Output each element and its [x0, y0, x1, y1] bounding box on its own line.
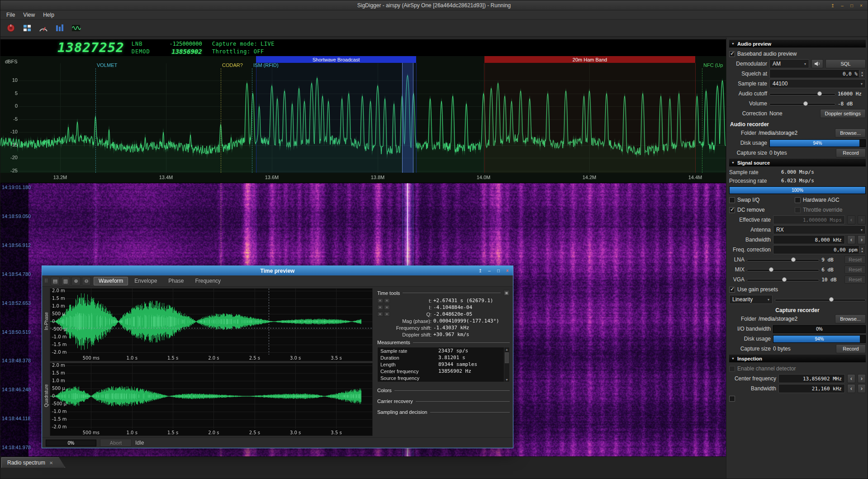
freq-correction-input[interactable]: 0,00 ppm ▲▼: [773, 245, 866, 254]
clipped-checkbox[interactable]: [729, 396, 735, 402]
abort-button[interactable]: Abort: [100, 439, 132, 447]
menu-file[interactable]: File: [2, 11, 19, 19]
reset-cursor-button[interactable]: ✕: [377, 305, 383, 310]
copy-button[interactable]: ▤: [51, 277, 60, 285]
tab-radio-spectrum[interactable]: Radio spectrum ✕: [1, 457, 65, 468]
quadrature-canvas[interactable]: [50, 363, 373, 436]
increment-button[interactable]: ›: [858, 374, 866, 383]
sample-rate-select[interactable]: 44100 ▾: [769, 79, 866, 88]
audio-preview-panel-header[interactable]: ▼ Audio preview: [729, 40, 866, 47]
spectrum-view[interactable]: dBFS 1050-5-10-15-20-2513.2M13.4M13.6M13…: [0, 56, 726, 183]
decrement-button[interactable]: ‹: [847, 384, 855, 393]
decrement-button[interactable]: ‹: [847, 374, 855, 383]
tab-phase[interactable]: Phase: [163, 277, 189, 285]
use-gain-presets-checkbox[interactable]: [729, 287, 735, 293]
increment-button[interactable]: ›: [858, 384, 866, 393]
zoom-out-button[interactable]: ⊖: [82, 277, 91, 285]
spinner-arrows-icon[interactable]: ▲▼: [859, 70, 865, 77]
menu-help[interactable]: Help: [39, 11, 58, 19]
antenna-select[interactable]: RX ▾: [773, 225, 866, 234]
reset-cursor-button[interactable]: ✕: [384, 312, 390, 317]
panoramic-spectrum-button[interactable]: [53, 22, 66, 34]
in-phase-canvas[interactable]: [50, 288, 373, 361]
save-button[interactable]: ▥: [61, 277, 70, 285]
vga-gain-slider[interactable]: [747, 276, 819, 283]
enable-channel-detector-checkbox[interactable]: [729, 366, 735, 372]
dialog-minimize-button[interactable]: –: [486, 267, 493, 274]
lna-gain-slider[interactable]: [747, 256, 819, 263]
dialog-maximize-button[interactable]: □: [495, 267, 502, 274]
audio-speaker-button[interactable]: [811, 59, 823, 68]
mix-gain-slider[interactable]: [747, 266, 819, 273]
dialog-close-button[interactable]: ×: [504, 267, 511, 274]
audio-cutoff-slider[interactable]: [769, 90, 835, 97]
demod-frequency-display[interactable]: 13856902: [157, 48, 202, 55]
center-frequency-input[interactable]: 13,856902 MHz: [778, 374, 845, 383]
tab-waveform[interactable]: Waveform: [94, 277, 128, 285]
gain-reset-button[interactable]: Reset: [844, 266, 866, 274]
gain-reset-button[interactable]: Reset: [844, 256, 866, 264]
browse-button[interactable]: Browse...: [835, 128, 866, 138]
swap-iq-checkbox[interactable]: [729, 197, 735, 203]
slider-handle[interactable]: [782, 277, 787, 282]
slider-handle[interactable]: [803, 101, 808, 106]
tab-close-icon[interactable]: ✕: [49, 460, 53, 465]
reset-cursor-button[interactable]: ✕: [384, 298, 390, 303]
spinner-arrows-icon[interactable]: ▲▼: [859, 246, 865, 253]
increment-button[interactable]: ›: [858, 235, 866, 244]
maximize-window-button[interactable]: □: [848, 2, 855, 9]
tab-envelope[interactable]: Envelope: [129, 277, 162, 285]
capture-record-button[interactable]: Record: [836, 344, 866, 353]
gain-reset-button[interactable]: Reset: [844, 275, 866, 284]
spectrum-canvas[interactable]: [0, 56, 726, 183]
source-settings-button[interactable]: [4, 22, 18, 34]
tile-windows-button[interactable]: [20, 22, 34, 34]
waveform-tool-button[interactable]: [69, 22, 83, 34]
titlebar[interactable]: SigDigger - airspy (AirSpy One [26a464dc…: [0, 0, 868, 10]
browse-button[interactable]: Browse...: [835, 314, 866, 323]
reset-cursor-button[interactable]: ✕: [384, 305, 390, 310]
inspection-bandwidth-input[interactable]: 21,160 kHz: [778, 384, 845, 393]
scroll-up-icon[interactable]: ▲: [505, 348, 508, 351]
minimize-window-button[interactable]: –: [839, 2, 846, 9]
toolbar-grip-icon[interactable]: ⠿: [44, 278, 48, 284]
decrement-button[interactable]: ‹: [847, 235, 855, 244]
signal-meter-button[interactable]: [37, 22, 50, 34]
slider-handle[interactable]: [829, 297, 834, 302]
frequency-lcd-panel[interactable]: 13827252 LNB -125000000 Capture mode: LI…: [0, 39, 726, 56]
section-sampling-and-decision[interactable]: Sampling and decision: [377, 409, 510, 415]
volume-slider[interactable]: [769, 100, 835, 107]
slider-handle[interactable]: [791, 257, 796, 262]
demod-selection-region[interactable]: [402, 63, 413, 173]
preset-select[interactable]: Linearity ▾: [729, 295, 773, 304]
dialog-titlebar[interactable]: Time preview ↥ – □ ×: [42, 266, 513, 275]
zoom-in-button[interactable]: ⊕: [71, 277, 81, 285]
bandwidth-input[interactable]: 8,000 kHz: [773, 235, 845, 244]
effective-rate-input[interactable]: 1,000000 Msps: [773, 215, 845, 224]
scrollbar-thumb[interactable]: [505, 352, 509, 363]
sql-button[interactable]: SQL: [825, 59, 866, 68]
preset-slider[interactable]: [775, 296, 866, 303]
slider-handle[interactable]: [769, 267, 773, 272]
detach-panel-button[interactable]: ▣: [503, 290, 510, 296]
decrement-button[interactable]: ‹: [847, 215, 855, 224]
slider-handle[interactable]: [817, 91, 822, 96]
menu-view[interactable]: View: [19, 11, 39, 19]
reset-cursor-button[interactable]: ✕: [377, 312, 383, 317]
hardware-agc-checkbox[interactable]: [795, 197, 801, 203]
section-carrier-recovery[interactable]: Carrier recovery: [377, 398, 510, 404]
increment-button[interactable]: ›: [858, 215, 866, 224]
scroll-down-icon[interactable]: ▼: [505, 378, 508, 381]
dialog-dock-button[interactable]: ↥: [477, 267, 484, 274]
inspection-panel-header[interactable]: ▼ Inspection: [729, 355, 866, 362]
audio-record-button[interactable]: Record: [836, 148, 866, 157]
baseband-audio-preview-checkbox[interactable]: [729, 51, 735, 57]
section-colors[interactable]: Colors: [377, 388, 510, 393]
tuned-frequency-display[interactable]: 13827252: [57, 41, 124, 54]
dc-remove-checkbox[interactable]: [729, 207, 735, 213]
doppler-settings-button[interactable]: Doppler settings: [820, 109, 866, 118]
reset-cursor-button[interactable]: ✕: [377, 298, 383, 303]
throttle-override-checkbox[interactable]: [795, 207, 801, 213]
tab-frequency[interactable]: Frequency: [190, 277, 226, 285]
shade-window-button[interactable]: ↥: [829, 2, 836, 9]
